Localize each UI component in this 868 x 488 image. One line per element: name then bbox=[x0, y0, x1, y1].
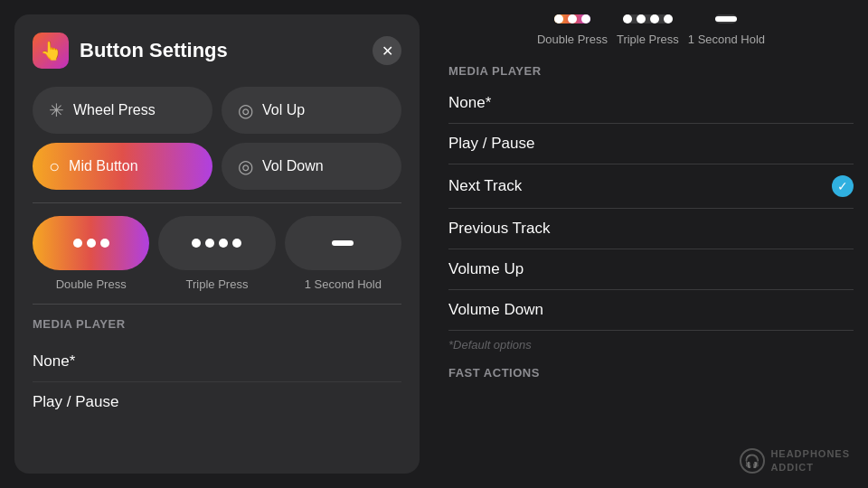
rdot-5 bbox=[637, 14, 646, 23]
right-panel: Double Press Triple Press 1 Second bbox=[434, 0, 868, 488]
right-hold-btn[interactable] bbox=[715, 14, 737, 23]
right-volume-up-item[interactable]: Volume Up bbox=[448, 249, 854, 290]
triple-dots bbox=[192, 239, 241, 248]
modal: 👆 Button Settings ✕ ✳ Wheel Press ◎ Vol … bbox=[14, 14, 420, 474]
left-play-pause-label: Play / Pause bbox=[33, 393, 118, 410]
double-press-inner bbox=[33, 216, 149, 270]
right-triple-dots bbox=[623, 14, 673, 23]
vol-down-icon: ◎ bbox=[238, 155, 253, 177]
watermark: 🎧 HEADPHONESADDICT bbox=[740, 447, 850, 474]
rdot-7 bbox=[664, 14, 673, 23]
watermark-text: HEADPHONESADDICT bbox=[770, 447, 850, 474]
vol-up-icon: ◎ bbox=[238, 99, 253, 121]
right-volume-down-label: Volume Down bbox=[448, 301, 543, 319]
dot-7 bbox=[232, 239, 241, 248]
right-volume-up-label: Volume Up bbox=[448, 260, 524, 278]
left-none-label: None* bbox=[33, 352, 75, 370]
watermark-icon: 🎧 bbox=[740, 448, 765, 474]
vol-down-button[interactable]: ◎ Vol Down bbox=[222, 143, 401, 190]
close-button[interactable]: ✕ bbox=[373, 36, 401, 65]
dot-1 bbox=[73, 239, 82, 248]
mid-button-label: Mid Button bbox=[69, 158, 137, 174]
right-double-press-col: Double Press bbox=[537, 14, 608, 46]
right-section-label: MEDIA PLAYER bbox=[448, 64, 854, 78]
right-play-pause-label: Play / Pause bbox=[448, 135, 534, 153]
vol-down-label: Vol Down bbox=[262, 158, 324, 174]
right-wrapper: Double Press Triple Press 1 Second bbox=[434, 0, 868, 488]
right-hold-col: 1 Second Hold bbox=[688, 14, 765, 46]
right-previous-track-item[interactable]: Previous Track bbox=[448, 209, 854, 249]
dot-3 bbox=[100, 239, 109, 248]
next-track-checkmark: ✓ bbox=[832, 175, 854, 197]
dot-4 bbox=[192, 239, 201, 248]
hold-dash bbox=[332, 240, 354, 246]
right-double-label: Double Press bbox=[537, 33, 608, 46]
default-note: *Default options bbox=[448, 331, 854, 359]
title-group: 👆 Button Settings bbox=[33, 33, 228, 69]
dot-2 bbox=[87, 239, 96, 248]
left-section-label: MEDIA PLAYER bbox=[33, 317, 401, 331]
hold-button[interactable]: 1 Second Hold bbox=[285, 216, 401, 291]
right-play-pause-item[interactable]: Play / Pause bbox=[448, 124, 854, 164]
mid-button[interactable]: ○ Mid Button bbox=[33, 143, 212, 190]
divider-1 bbox=[33, 202, 401, 203]
left-panel: 👆 Button Settings ✕ ✳ Wheel Press ◎ Vol … bbox=[0, 0, 434, 488]
hold-label: 1 Second Hold bbox=[305, 277, 382, 291]
modal-title: Button Settings bbox=[80, 39, 228, 62]
button-options-grid: ✳ Wheel Press ◎ Vol Up ○ Mid Button ◎ Vo… bbox=[33, 87, 401, 190]
triple-press-label: Triple Press bbox=[186, 277, 249, 291]
right-hold-dash bbox=[715, 16, 737, 22]
rdot-4 bbox=[623, 14, 632, 23]
dot-6 bbox=[219, 239, 228, 248]
right-none-label: None* bbox=[448, 94, 491, 112]
right-previous-track-label: Previous Track bbox=[448, 220, 550, 238]
right-double-dots bbox=[554, 14, 590, 23]
press-buttons-row: Double Press Triple Press 1 Second bbox=[33, 216, 401, 291]
rdot-2 bbox=[568, 14, 577, 23]
rdot-1 bbox=[554, 14, 563, 23]
left-play-pause-item[interactable]: Play / Pause bbox=[33, 382, 401, 422]
right-next-track-label: Next Track bbox=[448, 177, 522, 195]
right-top-buttons: Double Press Triple Press 1 Second bbox=[448, 14, 854, 46]
vol-up-button[interactable]: ◎ Vol Up bbox=[222, 87, 401, 134]
rdot-6 bbox=[650, 14, 659, 23]
vol-up-label: Vol Up bbox=[262, 102, 305, 118]
wheel-icon: ✳ bbox=[49, 99, 64, 121]
hold-inner bbox=[285, 216, 401, 270]
right-none-item[interactable]: None* bbox=[448, 83, 854, 124]
right-volume-down-item[interactable]: Volume Down bbox=[448, 290, 854, 331]
wheel-press-label: Wheel Press bbox=[73, 102, 156, 118]
right-triple-press-btn[interactable] bbox=[623, 14, 673, 23]
right-hold-label: 1 Second Hold bbox=[688, 33, 765, 46]
fast-actions-label: FAST ACTIONS bbox=[448, 366, 854, 380]
left-none-item[interactable]: None* bbox=[33, 342, 401, 382]
right-double-press-btn[interactable] bbox=[554, 14, 590, 23]
wheel-press-button[interactable]: ✳ Wheel Press bbox=[33, 87, 212, 134]
triple-press-inner bbox=[158, 216, 275, 270]
rdot-3 bbox=[581, 14, 590, 23]
modal-header: 👆 Button Settings ✕ bbox=[33, 33, 401, 69]
app-icon: 👆 bbox=[33, 33, 69, 69]
double-dots bbox=[73, 239, 109, 248]
dot-5 bbox=[205, 239, 214, 248]
right-triple-press-col: Triple Press bbox=[617, 14, 679, 46]
triple-press-button[interactable]: Triple Press bbox=[158, 216, 275, 291]
mid-icon: ○ bbox=[49, 156, 60, 177]
double-press-button[interactable]: Double Press bbox=[33, 216, 149, 291]
right-next-track-item[interactable]: Next Track ✓ bbox=[448, 164, 854, 209]
right-triple-label: Triple Press bbox=[617, 33, 679, 46]
double-press-label: Double Press bbox=[56, 277, 127, 291]
divider-2 bbox=[33, 304, 401, 305]
